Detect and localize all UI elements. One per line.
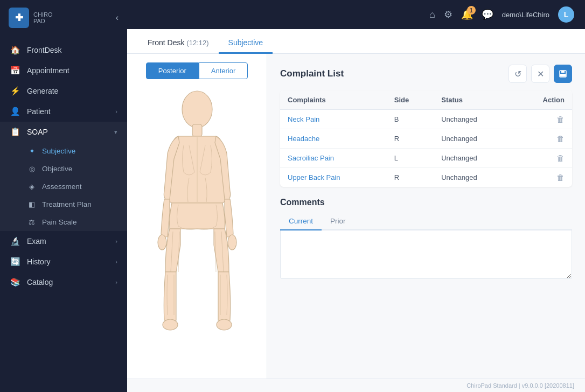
complaint-link[interactable]: Upper Back Pain <box>288 173 340 181</box>
footer: ChiroPad Standard | v9.0.0.0 [20200811] <box>127 379 585 392</box>
comment-tab-current[interactable]: Current <box>280 213 322 230</box>
user-avatar[interactable]: L <box>558 6 574 23</box>
delete-row-button[interactable]: 🗑 <box>556 173 565 182</box>
svg-point-0 <box>182 91 212 128</box>
topbar: ⌂ ⚙ 🔔 1 💬 demo\LifeChiro L <box>127 0 585 29</box>
history-icon: 🔄 <box>10 257 20 267</box>
sidebar-item-patient[interactable]: 👤 Patient › <box>0 101 127 122</box>
notification-badge: 1 <box>467 6 476 15</box>
appointment-label: Appointment <box>27 66 69 75</box>
delete-row-button[interactable]: 🗑 <box>556 153 565 163</box>
history-arrow: › <box>115 258 117 265</box>
header-actions: ↺ ✕ <box>509 65 572 83</box>
sidebar-item-assessment[interactable]: ◈ Assessment <box>0 178 127 195</box>
sidebar-item-pain-scale[interactable]: ⚖ Pain Scale <box>0 213 127 231</box>
sidebar-item-treatment-plan[interactable]: ◧ Treatment Plan <box>0 195 127 213</box>
complaint-link[interactable]: Sacroiliac Pain <box>288 154 334 162</box>
svg-rect-13 <box>560 74 566 76</box>
version-text: ChiroPad Standard | v9.0.0.0 [20200811] <box>466 382 574 389</box>
soap-arrow: ▾ <box>114 129 117 136</box>
complaint-list-title: Complaint List <box>280 68 344 79</box>
assessment-icon: ◈ <box>27 183 37 191</box>
complaint-link[interactable]: Headache <box>288 135 319 143</box>
delete-row-button[interactable]: 🗑 <box>556 115 565 124</box>
catalog-icon: 📚 <box>10 277 20 287</box>
tab-bar: Front Desk (12:12) Subjective <box>127 29 585 54</box>
comments-textarea[interactable] <box>280 230 572 279</box>
collapse-button[interactable]: ‹ <box>116 13 119 23</box>
home-button[interactable]: ⌂ <box>429 9 435 20</box>
body-panel: Posterior Anterior <box>127 54 267 379</box>
body-diagram[interactable] <box>151 89 243 369</box>
soap-label: SOAP <box>27 128 48 136</box>
col-action: Action <box>514 90 572 110</box>
anterior-button[interactable]: Anterior <box>199 62 248 79</box>
sidebar-item-objective[interactable]: ◎ Objective <box>0 160 127 178</box>
body-figure <box>151 88 243 370</box>
patient-label: Patient <box>27 107 51 116</box>
frontdesk-icon: 🏠 <box>10 45 20 55</box>
appointment-icon: 📅 <box>10 66 20 75</box>
svg-rect-12 <box>561 71 565 73</box>
frontdesk-tab-label: Front Desk <box>148 38 184 47</box>
subjective-icon: ✦ <box>27 147 37 155</box>
save-button[interactable] <box>554 65 572 83</box>
soap-icon: 📋 <box>10 127 20 137</box>
catalog-arrow: › <box>115 279 117 285</box>
main-area: ⌂ ⚙ 🔔 1 💬 demo\LifeChiro L Front Desk (1… <box>127 0 585 392</box>
svg-point-4 <box>163 319 178 330</box>
complaint-link[interactable]: Neck Pain <box>288 115 319 123</box>
sidebar-item-appointment[interactable]: 📅 Appointment <box>0 60 127 81</box>
treatment-plan-label: Treatment Plan <box>42 200 92 208</box>
tab-subjective[interactable]: Subjective <box>219 33 273 54</box>
table-row: Sacroiliac Pain L Unchanged 🗑 <box>280 149 572 168</box>
exam-arrow: › <box>115 238 117 244</box>
undo-button[interactable]: ↺ <box>509 65 527 83</box>
tab-frontdesk[interactable]: Front Desk (12:12) <box>138 33 219 54</box>
settings-button[interactable]: ⚙ <box>444 9 452 20</box>
soap-section: 📋 SOAP ▾ ✦ Subjective ◎ Objective ◈ Asse… <box>0 122 127 231</box>
treatment-plan-icon: ◧ <box>27 200 37 208</box>
sidebar-item-generate[interactable]: ⚡ Generate <box>0 81 127 101</box>
chat-button[interactable]: 💬 <box>482 9 493 20</box>
pain-scale-label: Pain Scale <box>42 218 77 226</box>
exam-label: Exam <box>27 237 46 246</box>
col-complaints: Complaints <box>280 90 387 110</box>
logo-icon: ✚ <box>9 8 29 28</box>
bell-button[interactable]: 🔔 1 <box>461 9 473 20</box>
subjective-tab-label: Subjective <box>228 38 263 47</box>
sidebar-item-history[interactable]: 🔄 History › <box>0 251 127 272</box>
app-sub: PAD <box>33 18 52 24</box>
svg-point-2 <box>158 235 166 250</box>
frontdesk-label: FrontDesk <box>27 46 62 54</box>
sidebar-item-subjective[interactable]: ✦ Subjective <box>0 142 127 160</box>
sidebar-item-catalog[interactable]: 📚 Catalog › <box>0 272 127 292</box>
comment-tab-prior[interactable]: Prior <box>322 213 354 230</box>
exam-icon: 🔬 <box>10 236 20 246</box>
catalog-label: Catalog <box>27 278 53 286</box>
sidebar-item-soap[interactable]: 📋 SOAP ▾ <box>0 122 127 142</box>
posterior-button[interactable]: Posterior <box>146 62 199 79</box>
sidebar-item-frontdesk[interactable]: 🏠 FrontDesk <box>0 40 127 60</box>
svg-point-5 <box>217 319 232 330</box>
pain-scale-icon: ⚖ <box>27 218 37 226</box>
content-area: Front Desk (12:12) Subjective Posterior … <box>127 29 585 392</box>
logo-area: ✚ CHIRO PAD ‹ <box>0 0 127 36</box>
frontdesk-tab-time: (12:12) <box>186 39 208 47</box>
complaint-list-header: Complaint List ↺ ✕ <box>280 65 572 83</box>
col-side: Side <box>387 90 434 110</box>
generate-label: Generate <box>27 87 58 95</box>
assessment-label: Assessment <box>42 183 82 191</box>
table-row: Headache R Unchanged 🗑 <box>280 129 572 149</box>
patient-arrow: › <box>115 108 117 115</box>
save-icon <box>559 69 567 78</box>
col-status: Status <box>434 90 514 110</box>
close-button[interactable]: ✕ <box>531 65 549 83</box>
delete-row-button[interactable]: 🗑 <box>556 134 565 143</box>
table-row: Neck Pain B Unchanged 🗑 <box>280 110 572 129</box>
sidebar-item-exam[interactable]: 🔬 Exam › <box>0 231 127 251</box>
history-label: History <box>27 257 51 266</box>
right-panel: Complaint List ↺ ✕ <box>267 54 585 379</box>
app-name: CHIRO <box>33 11 52 18</box>
comments-tabs: Current Prior <box>280 213 572 230</box>
